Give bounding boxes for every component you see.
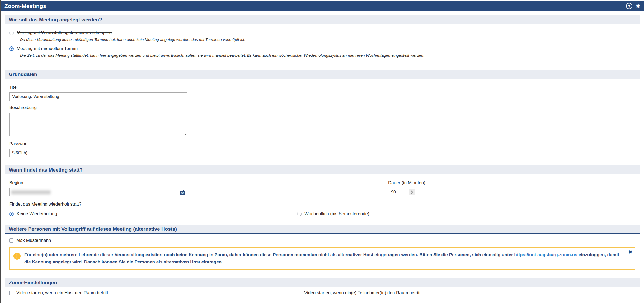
warning-icon: ! bbox=[13, 253, 21, 260]
zoom-login-link[interactable]: https://uni-augsburg.zoom.us bbox=[514, 252, 577, 257]
section-basic-data: Grunddaten Titel Beschreibung Passwort bbox=[5, 70, 640, 162]
dialog-content: Wie soll das Meeting angelegt werden? Me… bbox=[0, 11, 644, 303]
window-left-edge bbox=[0, 0, 1, 303]
dialog-title: Zoom-Meetings bbox=[4, 3, 46, 9]
radio-option-weekly[interactable]: Wöchentlich (bis Semesterende) bbox=[297, 211, 369, 216]
section-zoom-settings: Zoom-Einstellungen Video starten, wenn e… bbox=[5, 278, 640, 300]
section-title: Wie soll das Meeting angelegt werden? bbox=[9, 17, 102, 23]
duration-input-wrap: ∧ ∨ bbox=[388, 188, 416, 196]
checkbox-video-participant[interactable] bbox=[297, 291, 301, 295]
description-textarea[interactable] bbox=[9, 113, 187, 136]
radio-manual-meeting[interactable] bbox=[9, 46, 14, 51]
checkbox-label: Max Mustermann bbox=[16, 238, 51, 243]
redacted-begin-value bbox=[11, 190, 51, 194]
section-header: Weitere Personen mit Vollzugriff auf die… bbox=[5, 225, 640, 234]
radio-option-linked-meeting[interactable]: Meeting mit Veranstaltungsterminen verkn… bbox=[9, 30, 635, 35]
radio-description: Die Zeit, zu der das Meeting stattfindet… bbox=[20, 53, 635, 58]
checkbox-label: Video starten, wenn ein Host den Raum be… bbox=[16, 290, 108, 296]
radio-no-recurrence[interactable] bbox=[9, 212, 14, 216]
section-header: Grunddaten bbox=[5, 70, 640, 79]
section-header: Wann findet das Meeting statt? bbox=[5, 165, 640, 174]
title-label: Titel bbox=[9, 85, 635, 90]
begin-label: Beginn bbox=[9, 180, 388, 186]
radio-option-manual-meeting[interactable]: Meeting mit manuellem Termin bbox=[9, 46, 635, 51]
number-spinner[interactable]: ∧ ∨ bbox=[409, 189, 415, 195]
section-title: Zoom-Einstellungen bbox=[9, 280, 57, 286]
checkbox-option-video-host[interactable]: Video starten, wenn ein Host den Raum be… bbox=[9, 290, 297, 296]
warning-message-box: ! Für eine(n) oder mehrere Lehrende dies… bbox=[9, 247, 635, 270]
spinner-down-icon[interactable]: ∨ bbox=[411, 192, 413, 194]
duration-label: Dauer (in Minuten) bbox=[388, 180, 425, 186]
recurrence-label: Findet das Meeting wiederholt statt? bbox=[9, 202, 635, 207]
checkbox-host-person[interactable] bbox=[9, 238, 13, 243]
radio-option-no-recurrence[interactable]: Keine Wiederholung bbox=[9, 211, 297, 216]
radio-label: Wöchentlich (bis Semesterende) bbox=[304, 211, 369, 216]
section-title: Grunddaten bbox=[9, 72, 37, 77]
duration-input[interactable] bbox=[388, 188, 408, 196]
radio-description: Da diese Veranstaltung keine zukünftigen… bbox=[20, 37, 635, 42]
dialog-titlebar: Zoom-Meetings ? ✖ bbox=[1, 1, 644, 11]
radio-label: Keine Wiederholung bbox=[17, 211, 57, 216]
section-header: Wie soll das Meeting angelegt werden? bbox=[5, 15, 640, 24]
password-label: Passwort bbox=[9, 141, 635, 146]
checkbox-video-host[interactable] bbox=[9, 291, 13, 295]
title-input[interactable] bbox=[9, 92, 187, 101]
section-creation-mode: Wie soll das Meeting angelegt werden? Me… bbox=[5, 15, 640, 67]
section-title: Wann findet das Meeting statt? bbox=[9, 167, 83, 173]
section-schedule: Wann findet das Meeting statt? Beginn 42… bbox=[5, 165, 640, 221]
datepicker-calendar-icon[interactable]: 42 bbox=[180, 191, 185, 195]
warning-close-icon[interactable]: ✖ bbox=[628, 249, 632, 255]
page-right-border bbox=[640, 12, 640, 303]
close-icon[interactable]: ✖ bbox=[636, 4, 640, 9]
password-input[interactable] bbox=[9, 149, 187, 157]
radio-linked-meeting[interactable] bbox=[9, 31, 14, 35]
radio-label: Meeting mit Veranstaltungsterminen verkn… bbox=[17, 30, 112, 35]
section-title: Weitere Personen mit Vollzugriff auf die… bbox=[9, 226, 177, 232]
checkbox-option-host-person[interactable]: Max Mustermann bbox=[9, 238, 635, 243]
checkbox-option-video-participant[interactable]: Video starten, wenn ein(e) Teilnehmer(in… bbox=[297, 290, 421, 296]
section-header: Zoom-Einstellungen bbox=[5, 278, 640, 287]
help-icon[interactable]: ? bbox=[626, 3, 632, 9]
radio-label: Meeting mit manuellem Termin bbox=[17, 46, 78, 51]
warning-text: Für eine(n) oder mehrere Lehrende dieser… bbox=[24, 251, 625, 266]
titlebar-actions: ? ✖ bbox=[626, 3, 640, 9]
description-label: Beschreibung bbox=[9, 105, 635, 110]
begin-input[interactable]: 42 bbox=[9, 188, 187, 196]
checkbox-label: Video starten, wenn ein(e) Teilnehmer(in… bbox=[304, 290, 421, 296]
section-alternative-hosts: Weitere Personen mit Vollzugriff auf die… bbox=[5, 225, 640, 275]
radio-weekly[interactable] bbox=[297, 212, 302, 216]
